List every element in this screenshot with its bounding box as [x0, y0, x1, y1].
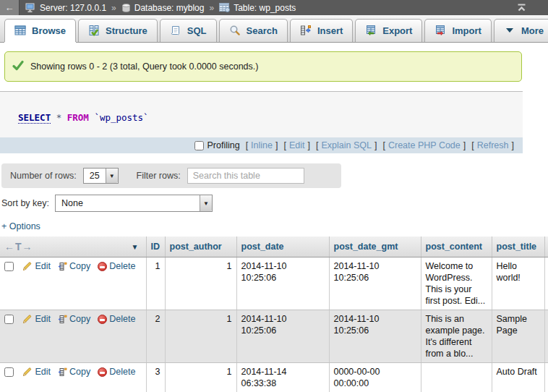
column-header-post-date-gmt[interactable]: post_date_gmt — [329, 237, 421, 257]
row-select-checkbox[interactable] — [4, 367, 14, 377]
bracket: ] — [308, 140, 310, 150]
create-php-code-link[interactable]: Create PHP Code — [388, 140, 461, 150]
delete-icon — [98, 262, 107, 271]
cell-post-title: Hello world! — [492, 257, 544, 310]
tab-search[interactable]: Search — [219, 19, 288, 42]
results-table: ←T→ ▼ ID post_author post_date post_date… — [0, 237, 548, 392]
pencil-icon — [22, 367, 33, 380]
column-header-post-content[interactable]: post_content — [421, 237, 492, 257]
edit-query-link[interactable]: Edit — [289, 140, 305, 150]
copy-row-link[interactable]: Copy — [58, 261, 90, 271]
delete-icon — [98, 315, 107, 324]
cell-post-date: 2014-11-10 10:25:06 — [236, 257, 329, 310]
row-actions-cell: EditCopyDelete — [0, 310, 146, 363]
copy-label: Copy — [69, 261, 90, 271]
cell-post-date-gmt: 2014-11-10 10:25:06 — [329, 257, 421, 310]
breadcrumb-table[interactable]: Table: wp_posts — [234, 3, 296, 13]
profiling-checkbox[interactable] — [194, 141, 204, 150]
number-of-rows-value: 25 — [84, 171, 106, 181]
delete-row-link[interactable]: Delete — [98, 261, 135, 271]
sql-query-panel: SELECT * FROM `wp_posts` Profiling [Inli… — [0, 91, 523, 153]
column-header-post-author[interactable]: post_author — [165, 237, 236, 257]
cell-overflow — [544, 310, 548, 363]
breadcrumb-separator: » — [209, 3, 214, 13]
edit-row-link[interactable]: Edit — [22, 314, 51, 324]
edit-label: Edit — [35, 314, 51, 324]
delete-row-link[interactable]: Delete — [98, 314, 135, 324]
column-order-arrows-icon[interactable]: ←T→ — [4, 241, 33, 252]
back-button[interactable]: ← — [0, 0, 20, 15]
table-icon — [219, 3, 230, 12]
sql-keyword-from: FROM — [67, 112, 89, 123]
insert-icon — [300, 25, 312, 36]
delete-label: Delete — [109, 367, 135, 377]
refresh-link[interactable]: Refresh — [477, 140, 509, 150]
breadcrumb-separator: » — [111, 3, 116, 13]
options-expander[interactable]: + Options — [1, 221, 40, 231]
profiling-toggle[interactable]: Profiling — [194, 140, 239, 150]
cell-post-date: 2014-11-14 06:33:38 — [236, 363, 329, 392]
delete-label: Delete — [109, 314, 135, 324]
select-dropdown-arrow-icon: ▼ — [200, 195, 212, 211]
sort-by-key-select[interactable]: None ▼ — [55, 195, 213, 212]
cell-post-title: Sample Page — [492, 310, 544, 363]
cell-post-author: 1 — [165, 257, 236, 310]
row-select-checkbox[interactable] — [4, 262, 14, 271]
inline-link[interactable]: Inline — [251, 140, 273, 150]
explain-sql-link[interactable]: Explain SQL — [321, 140, 371, 150]
tab-label: Insert — [317, 25, 343, 36]
column-header-post-date[interactable]: post_date — [236, 237, 329, 257]
collapse-panel-icon[interactable] — [515, 3, 528, 12]
browse-icon — [14, 25, 26, 36]
tab-more[interactable]: More — [494, 19, 548, 42]
sql-icon — [170, 25, 181, 36]
copy-icon — [58, 262, 67, 274]
import-icon — [434, 25, 446, 36]
cell-post-date: 2014-11-10 10:25:06 — [236, 310, 329, 363]
tab-structure[interactable]: Structure — [78, 19, 158, 42]
tab-label: Structure — [106, 25, 147, 36]
column-header-id[interactable]: ID — [146, 237, 165, 257]
tab-label: More — [521, 25, 544, 36]
edit-row-link[interactable]: Edit — [22, 367, 51, 377]
row-actions-cell: EditCopyDelete — [0, 363, 146, 392]
tab-browse[interactable]: Browse — [4, 19, 76, 42]
tab-label: Export — [382, 25, 412, 36]
pencil-icon — [22, 261, 33, 274]
column-options-caret-icon[interactable]: ▼ — [132, 243, 139, 251]
query-toolbar: Profiling [Inline] [Edit] [Explain SQL] … — [0, 137, 523, 153]
pencil-icon — [22, 314, 33, 327]
results-controls-bar: Number of rows: 25 ▼ Filter rows: — [1, 163, 341, 188]
sql-star: * — [56, 112, 62, 123]
tab-label: Import — [452, 25, 481, 36]
select-dropdown-arrow-icon: ▼ — [106, 169, 118, 183]
bracket: ] — [374, 140, 377, 150]
breadcrumb-bar: ← Server: 127.0.0.1 » Database: myblog »… — [0, 0, 548, 15]
column-header-post-title[interactable]: post_title — [492, 237, 544, 257]
tab-sql[interactable]: SQL — [160, 19, 217, 42]
table-row: EditCopyDelete 3 1 2014-11-14 06:33:38 0… — [0, 363, 548, 392]
delete-row-link[interactable]: Delete — [98, 367, 135, 377]
edit-label: Edit — [35, 367, 51, 377]
copy-row-link[interactable]: Copy — [58, 314, 90, 324]
bracket: ] — [463, 140, 466, 150]
tab-export[interactable]: Export — [355, 19, 422, 42]
edit-row-link[interactable]: Edit — [22, 261, 51, 271]
row-actions-cell: EditCopyDelete — [0, 257, 146, 310]
number-of-rows-select[interactable]: 25 ▼ — [83, 168, 119, 184]
filter-rows-input[interactable] — [187, 168, 304, 184]
breadcrumb-database[interactable]: Database: myblog — [134, 3, 205, 13]
cell-post-author: 1 — [165, 363, 236, 392]
copy-row-link[interactable]: Copy — [58, 367, 90, 377]
edit-label: Edit — [35, 261, 51, 271]
row-select-checkbox[interactable] — [4, 315, 14, 324]
table-header-row: ←T→ ▼ ID post_author post_date post_date… — [0, 237, 548, 257]
tab-label: Search — [247, 25, 278, 36]
tab-import[interactable]: Import — [424, 19, 491, 42]
tab-label: Browse — [32, 25, 66, 36]
sql-keyword-select[interactable]: SELECT — [18, 112, 51, 124]
breadcrumb-server[interactable]: Server: 127.0.0.1 — [40, 3, 106, 13]
cell-overflow — [544, 363, 548, 392]
tab-insert[interactable]: Insert — [290, 19, 353, 42]
cell-id: 3 — [146, 363, 165, 392]
